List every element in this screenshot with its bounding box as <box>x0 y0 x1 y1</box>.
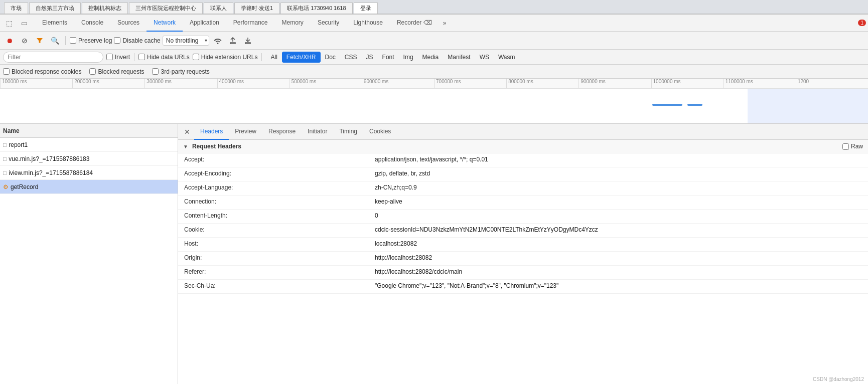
browser-tab-5[interactable]: 学籍时·发送1 <box>234 3 279 14</box>
raw-checkbox-label[interactable]: Raw <box>842 143 863 150</box>
filter-type-font[interactable]: Font <box>378 52 399 63</box>
tab-recorder[interactable]: Recorder ⌫ <box>390 15 439 32</box>
file-row[interactable]: □vue.min.js?_=1715587886183 <box>0 152 178 166</box>
filter-type-doc[interactable]: Doc <box>321 52 340 63</box>
tab-security[interactable]: Security <box>311 15 346 32</box>
browser-tab-1[interactable]: 自然第三方市场 <box>29 3 81 14</box>
timeline-tick: 600000 ms <box>362 79 434 88</box>
header-row: Accept:application/json, text/javascript… <box>178 153 868 167</box>
file-icon: □ <box>3 155 7 162</box>
checkboxes-row: Blocked response cookies Blocked request… <box>0 65 868 79</box>
header-key: Sec-Ch-Ua: <box>184 282 375 289</box>
filter-sep-1 <box>134 53 134 61</box>
header-row: Sec-Ch-Ua:"Google Chrome";v="123", "Not:… <box>178 280 868 294</box>
file-list-col-name: Name <box>3 127 20 134</box>
tab-network[interactable]: Network <box>147 15 183 32</box>
filter-input[interactable] <box>3 52 103 63</box>
hide-data-urls-label[interactable]: Hide data URLs <box>138 54 190 61</box>
filter-type-wasm[interactable]: Wasm <box>494 52 520 63</box>
preserve-log-label[interactable]: Preserve log <box>70 37 112 44</box>
tab-more[interactable]: » <box>439 15 451 32</box>
tab-sources[interactable]: Sources <box>110 15 147 32</box>
timeline-tick: 100000 ms <box>0 79 72 88</box>
timeline-tick: 300000 ms <box>144 79 217 88</box>
blocked-requests-label[interactable]: Blocked requests <box>89 68 144 75</box>
sub-tab-preview[interactable]: Preview <box>229 124 262 140</box>
sub-tab-initiator[interactable]: Initiator <box>302 124 333 140</box>
sub-tab-response[interactable]: Response <box>262 124 302 140</box>
filter-type-img[interactable]: Img <box>399 52 418 63</box>
sub-tab-close-button[interactable]: ✕ <box>180 125 194 139</box>
browser-tab-6[interactable]: 联系电话 1730940 1618 <box>280 3 352 14</box>
tab-console[interactable]: Console <box>74 15 110 32</box>
invert-checkbox[interactable] <box>106 54 113 60</box>
upload-icon-button[interactable] <box>226 34 239 47</box>
file-row[interactable]: ⚙getRecord <box>0 180 178 194</box>
clear-button[interactable]: ⊘ <box>18 34 31 47</box>
main-split: Name □report1□vue.min.js?_=1715587886183… <box>0 124 868 384</box>
header-row: Connection:keep-alive <box>178 196 868 210</box>
invert-label[interactable]: Invert <box>106 54 130 61</box>
sub-tab-timing[interactable]: Timing <box>333 124 363 140</box>
filter-type-buttons: AllFetch/XHRDocCSSJSFontImgMediaManifest… <box>266 52 519 63</box>
search-button[interactable]: 🔍 <box>48 34 61 47</box>
sub-tab-cookies[interactable]: Cookies <box>363 124 397 140</box>
download-icon-button[interactable] <box>241 34 254 47</box>
file-list: □report1□vue.min.js?_=1715587886183□ivie… <box>0 138 178 384</box>
throttling-select[interactable]: No throttling <box>163 36 209 46</box>
third-party-checkbox[interactable] <box>152 68 159 75</box>
file-icon: □ <box>3 169 7 176</box>
header-key: Accept: <box>184 156 375 163</box>
toolbar-separator-1 <box>65 36 66 45</box>
device-icon[interactable]: ▭ <box>17 16 31 30</box>
browser-tab-4[interactable]: 联系人 <box>204 3 233 14</box>
file-row[interactable]: □iview.min.js?_=1715587886184 <box>0 166 178 180</box>
hide-ext-urls-checkbox[interactable] <box>193 54 199 60</box>
devtools-nav-icons: ⬚ ▭ <box>2 16 31 30</box>
filter-type-media[interactable]: Media <box>418 52 444 63</box>
filter-icon-button[interactable] <box>33 34 46 47</box>
filter-type-manifest[interactable]: Manifest <box>443 52 475 63</box>
timeline-tick: 200000 ms <box>72 79 144 88</box>
error-badge: 1 <box>858 20 866 26</box>
blocked-cookies-checkbox[interactable] <box>3 68 10 75</box>
tab-performance[interactable]: Performance <box>226 15 275 32</box>
browser-tab-2[interactable]: 控制机构标志 <box>82 3 128 14</box>
disable-cache-checkbox[interactable] <box>114 37 120 44</box>
wifi-icon-button[interactable] <box>211 34 224 47</box>
disable-cache-label[interactable]: Disable cache <box>114 37 160 44</box>
filter-type-fetch/xhr[interactable]: Fetch/XHR <box>282 52 321 63</box>
timeline-tick: 1200 <box>796 79 868 88</box>
filter-type-all[interactable]: All <box>266 52 281 63</box>
tab-lighthouse[interactable]: Lighthouse <box>346 15 390 32</box>
browser-tab-7[interactable]: 登录 <box>354 3 378 14</box>
timeline: 100000 ms200000 ms300000 ms400000 ms5000… <box>0 79 868 124</box>
request-headers-section: ▼ Request Headers Raw <box>178 140 868 153</box>
file-list-pane: Name □report1□vue.min.js?_=1715587886183… <box>0 124 178 384</box>
blocked-requests-checkbox[interactable] <box>89 68 96 75</box>
header-value: zh-CN,zh;q=0.9 <box>375 184 862 191</box>
browser-tab-3[interactable]: 三州市医院远程控制中心 <box>129 3 203 14</box>
tab-application[interactable]: Application <box>183 15 226 32</box>
filter-type-css[interactable]: CSS <box>340 52 362 63</box>
tab-elements[interactable]: Elements <box>35 15 74 32</box>
blocked-cookies-label[interactable]: Blocked response cookies <box>3 68 81 75</box>
filter-type-ws[interactable]: WS <box>475 52 494 63</box>
sub-tabs-container: HeadersPreviewResponseInitiatorTimingCoo… <box>194 124 397 140</box>
header-value: 0 <box>375 212 862 219</box>
tab-memory[interactable]: Memory <box>275 15 311 32</box>
third-party-label[interactable]: 3rd-party requests <box>152 68 209 75</box>
hide-data-urls-checkbox[interactable] <box>138 54 145 60</box>
raw-checkbox[interactable] <box>842 143 849 150</box>
preserve-log-checkbox[interactable] <box>70 37 76 44</box>
watermark: CSDN @dazhong2012 <box>813 376 864 382</box>
inspect-icon[interactable]: ⬚ <box>2 16 16 30</box>
sub-tab-headers[interactable]: Headers <box>194 124 229 140</box>
file-row[interactable]: □report1 <box>0 138 178 152</box>
file-name: iview.min.js?_=1715587886184 <box>9 169 93 176</box>
browser-tab-0[interactable]: 市场 <box>4 3 28 14</box>
hide-ext-urls-label[interactable]: Hide extension URLs <box>193 54 258 61</box>
timeline-tick: 1100000 ms <box>724 79 796 88</box>
filter-type-js[interactable]: JS <box>362 52 378 63</box>
record-button[interactable]: ⏺ <box>3 34 16 47</box>
